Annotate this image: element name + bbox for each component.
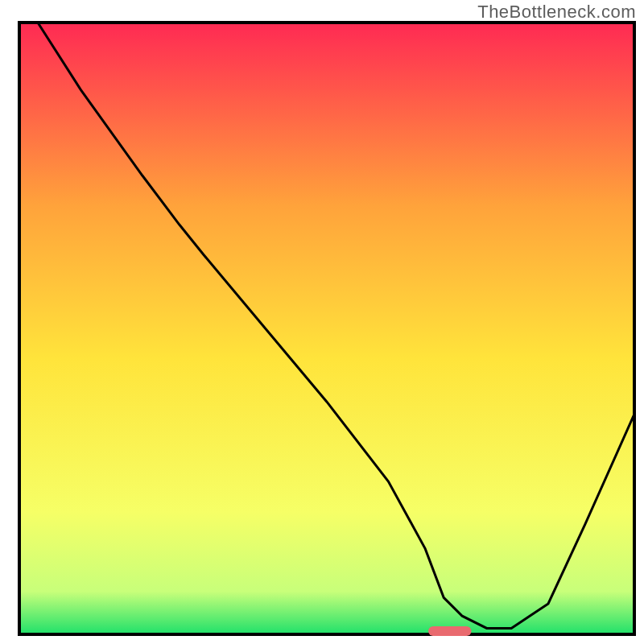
minimum-marker — [428, 626, 471, 636]
watermark-label: TheBottleneck.com — [477, 2, 636, 23]
gradient-background — [19, 23, 634, 634]
bottleneck-chart: TheBottleneck.com — [0, 0, 644, 644]
chart-svg — [0, 0, 644, 644]
